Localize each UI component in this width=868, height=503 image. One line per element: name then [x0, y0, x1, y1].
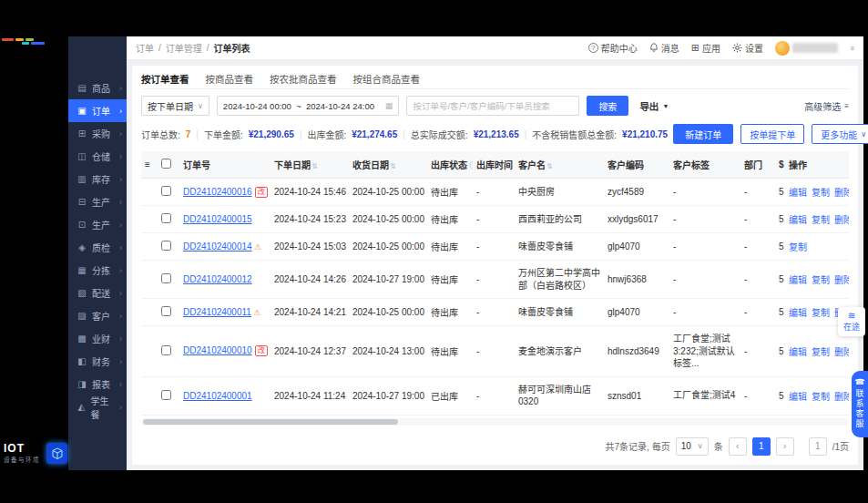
edit-link[interactable]: 编辑 — [789, 188, 807, 198]
sidebar-item-delivery[interactable]: ▧配送› — [68, 282, 127, 304]
copy-link[interactable]: 复制 — [812, 188, 830, 198]
next-page-button[interactable]: › — [776, 437, 794, 456]
date-range-picker[interactable]: ▦ — [217, 96, 400, 116]
sort-icon[interactable]: ⇅ — [390, 162, 396, 170]
delete-link[interactable]: 删除 — [834, 188, 849, 198]
sidebar-item-production-2[interactable]: ⊡生产› — [68, 213, 127, 236]
edit-link[interactable]: 编辑 — [789, 215, 807, 225]
contact-support-button[interactable]: ☎ 联系客服 — [852, 371, 868, 437]
delete-link[interactable]: 删除 — [834, 275, 849, 285]
table-row: DD24102400014⚠ 2024-10-24 15:03 2024-10-… — [141, 233, 849, 261]
copy-link[interactable]: 复制 — [812, 392, 830, 402]
date-field-select[interactable]: 按下单日期∨ — [141, 96, 209, 116]
order-number-link[interactable]: DD24102400001 — [183, 391, 252, 401]
sidebar-item-bizfinance[interactable]: ▩业财› — [68, 327, 127, 350]
sidebar: ▤商品› ▣订单› ⊞采购› ◫仓储› ▥库存› ⊟生产› ⊡生产› ◈质检› … — [68, 36, 127, 470]
tab-by-agri-product[interactable]: 按农批商品查看 — [270, 72, 337, 86]
collapse-icon[interactable]: » — [847, 46, 856, 50]
customer-cell: 万州区第二中学高中部（白岩路校区） — [515, 261, 604, 299]
delete-link[interactable]: 删除 — [834, 215, 849, 225]
sidebar-item-orders[interactable]: ▣订单› — [68, 99, 127, 122]
tab-by-combo-product[interactable]: 按组合商品查看 — [353, 72, 421, 86]
advanced-filter-button[interactable]: 高级筛选≡ — [804, 99, 849, 113]
sidebar-item-customers[interactable]: ▨客户› — [68, 304, 127, 327]
calendar-icon: ▦ — [385, 101, 393, 110]
col-order-date[interactable]: 下单日期⇅ — [271, 151, 349, 179]
sidebar-item-reports[interactable]: ◨报表› — [68, 373, 127, 395]
sort-icon[interactable]: ⇅ — [311, 162, 318, 170]
more-features-label: 更多功能 — [821, 128, 857, 141]
sidebar-item-sorting[interactable]: ▦分拣› — [68, 259, 127, 282]
sidebar-item-purchase[interactable]: ⊞采购› — [68, 122, 127, 145]
delete-link[interactable]: 删除 — [834, 392, 849, 402]
prev-page-button[interactable]: ‹ — [729, 437, 747, 456]
tab-by-order[interactable]: 按订单查看 — [141, 72, 189, 86]
col-outbound-time[interactable]: 出库时间⇅ — [473, 151, 515, 179]
production-icon: ⊡ — [77, 220, 87, 230]
settings-button[interactable]: 设置 — [732, 41, 763, 55]
order-number-link[interactable]: DD24102400011 — [183, 307, 251, 317]
order-number-link[interactable]: DD24102400014 — [183, 241, 252, 252]
new-order-button[interactable]: 新建订单 — [673, 124, 733, 144]
order-number-link[interactable]: DD24102400016 — [183, 187, 252, 197]
row-checkbox[interactable] — [161, 186, 171, 196]
tab-by-product[interactable]: 按商品查看 — [206, 72, 254, 86]
topbar: 订单 / 订单管理 / 订单列表 ?帮助中心 消息 ⊞应用 设置 » — [127, 36, 863, 60]
order-number-link[interactable]: DD24102400010 — [183, 345, 252, 355]
help-center-button[interactable]: ?帮助中心 — [588, 41, 638, 55]
date-range-input[interactable] — [223, 101, 380, 111]
in-transit-widget[interactable]: ≋ 在途 — [838, 307, 865, 336]
row-checkbox[interactable] — [161, 345, 171, 355]
row-checkbox[interactable] — [161, 390, 171, 400]
sidebar-item-finance[interactable]: ◧财务› — [68, 350, 127, 373]
sidebar-item-label: 分拣 — [92, 263, 110, 277]
page-1-button[interactable]: 1 — [752, 437, 771, 456]
copy-link[interactable]: 复制 — [812, 275, 830, 285]
col-delivery-date[interactable]: 收货日期⇅ — [349, 151, 427, 179]
sidebar-item-studentmeal[interactable]: ◭学生餐› — [68, 395, 127, 418]
copy-link[interactable]: 复制 — [812, 215, 830, 225]
sidebar-item-warehouse[interactable]: ◫仓储› — [68, 145, 127, 168]
breadcrumb-order-mgmt[interactable]: 订单管理 — [166, 41, 202, 55]
edit-link[interactable]: 编辑 — [789, 392, 807, 402]
logo-color-dashes — [2, 38, 60, 46]
sidebar-item-inventory[interactable]: ▥库存› — [68, 168, 127, 190]
select-all-checkbox[interactable] — [161, 159, 171, 169]
breadcrumb-orders[interactable]: 订单 — [136, 41, 154, 55]
user-account[interactable] — [775, 41, 838, 56]
search-input[interactable] — [406, 96, 579, 116]
col-customer[interactable]: 客户名⇅ — [515, 151, 604, 179]
sort-icon[interactable]: ⇅ — [546, 162, 553, 170]
copy-link[interactable]: 复制 — [812, 347, 830, 357]
sidebar-item-goods[interactable]: ▤商品› — [68, 77, 127, 99]
page-size-select[interactable]: 10∨ — [676, 437, 709, 456]
scrollbar-thumb[interactable] — [143, 419, 398, 425]
order-number-link[interactable]: DD24102400015 — [183, 214, 252, 224]
row-checkbox[interactable] — [161, 273, 171, 283]
more-features-button[interactable]: 更多功能∨ — [812, 124, 868, 144]
copy-link[interactable]: 复制 — [812, 308, 830, 318]
customer-cell: 赫可可深圳南山店0320 — [515, 376, 604, 415]
copy-link[interactable]: 复制 — [789, 242, 807, 252]
edit-link[interactable]: 编辑 — [789, 308, 807, 318]
sidebar-item-production-1[interactable]: ⊟生产› — [68, 190, 127, 213]
sort-icon[interactable]: ⇅ — [514, 162, 515, 170]
edit-link[interactable]: 编辑 — [789, 347, 807, 357]
apps-button[interactable]: ⊞应用 — [691, 41, 720, 55]
edit-link[interactable]: 编辑 — [789, 275, 807, 285]
pick-by-order-button[interactable]: 按单提下单 — [740, 124, 804, 144]
row-checkbox[interactable] — [161, 241, 171, 251]
delete-link[interactable]: 删除 — [834, 347, 849, 357]
row-checkbox[interactable] — [161, 306, 171, 316]
row-checkbox[interactable] — [161, 213, 171, 223]
info-icon[interactable]: ⓘ — [470, 161, 473, 170]
actions-cell: 编辑复制删除 — [785, 376, 849, 415]
order-number-link[interactable]: DD24102400012 — [183, 274, 252, 284]
messages-button[interactable]: 消息 — [649, 41, 679, 55]
export-button[interactable]: 导出▼ — [639, 99, 669, 113]
search-button[interactable]: 搜索 — [587, 96, 628, 116]
expand-all-header[interactable]: ≡ — [141, 151, 158, 179]
page-jump-input[interactable]: 1 — [809, 437, 827, 456]
actions-cell: 编辑复制删除 — [785, 261, 849, 299]
sidebar-item-qc[interactable]: ◈质检› — [68, 236, 127, 259]
